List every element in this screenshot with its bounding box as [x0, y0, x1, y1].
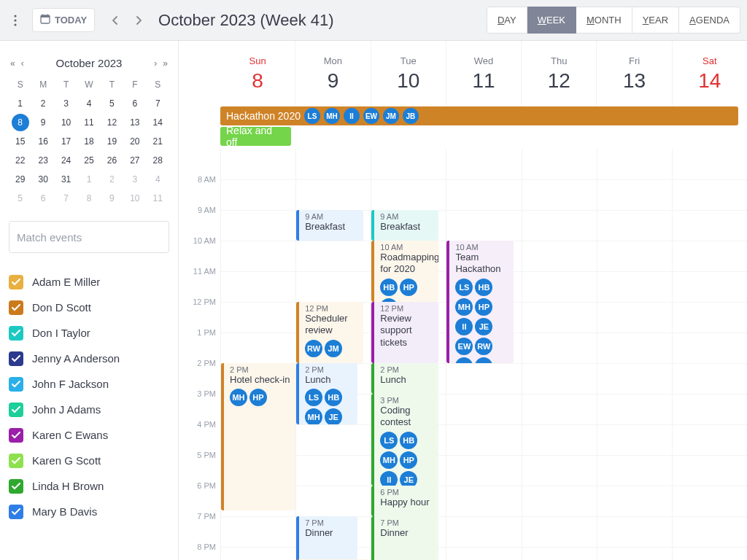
tab-day[interactable]: DAY — [487, 7, 527, 34]
mini-day[interactable]: 26 — [101, 151, 123, 170]
calendar-event[interactable]: 10 AMRoadmapping for 2020HBHPJE — [371, 241, 438, 302]
mini-day[interactable]: 14 — [147, 113, 169, 132]
day-header[interactable]: Sat14 — [672, 41, 747, 106]
day-header[interactable]: Wed11 — [446, 41, 521, 106]
calendar-event[interactable]: 3 PMCoding contestLSHBMHHPIIJEEWRWJM — [371, 394, 438, 486]
mini-day[interactable]: 20 — [123, 132, 146, 151]
prev-week-button[interactable] — [104, 9, 127, 32]
person-item[interactable]: Jenny A Anderson — [9, 346, 169, 371]
mini-day[interactable]: 6 — [31, 189, 54, 208]
person-item[interactable]: John F Jackson — [9, 371, 169, 397]
day-column[interactable]: 2 PMHotel check-inMHHP — [220, 149, 295, 560]
day-header[interactable]: Thu12 — [521, 41, 596, 106]
person-item[interactable]: Linda H Brown — [9, 473, 169, 499]
day-column[interactable] — [522, 149, 597, 560]
mini-day[interactable]: 4 — [147, 170, 169, 189]
checkbox-icon[interactable] — [9, 326, 23, 341]
mini-day[interactable]: 23 — [31, 151, 54, 170]
allday-event[interactable]: Hackathon 2020LSMHIIEWJMJB — [220, 106, 738, 125]
mini-day[interactable]: 9 — [31, 113, 54, 132]
day-column[interactable] — [672, 149, 747, 560]
mini-day[interactable]: 12 — [101, 113, 123, 132]
mini-day[interactable]: 6 — [123, 94, 146, 113]
day-header[interactable]: Sun8 — [220, 41, 295, 106]
mini-next-year-icon[interactable]: » — [163, 58, 168, 69]
mini-day[interactable]: 3 — [55, 94, 77, 113]
mini-day[interactable]: 10 — [123, 189, 146, 208]
checkbox-icon[interactable] — [9, 479, 23, 494]
menu-kebab-icon[interactable] — [7, 12, 24, 29]
mini-day[interactable]: 7 — [55, 189, 77, 208]
mini-day[interactable]: 16 — [31, 132, 54, 151]
checkbox-icon[interactable] — [9, 454, 23, 468]
checkbox-icon[interactable] — [9, 300, 23, 315]
person-item[interactable]: Adam E Miller — [9, 269, 169, 295]
day-header[interactable]: Fri13 — [596, 41, 671, 106]
tab-month[interactable]: MONTH — [576, 7, 632, 34]
mini-day[interactable]: 8 — [12, 114, 29, 131]
mini-day[interactable]: 15 — [9, 132, 31, 151]
mini-day[interactable]: 7 — [147, 94, 169, 113]
time-grid[interactable]: 8 AM9 AM10 AM11 AM12 PM1 PM2 PM3 PM4 PM5… — [179, 149, 747, 560]
calendar-event[interactable]: 6 PMHappy hour — [371, 486, 438, 516]
today-button[interactable]: TODAY — [32, 8, 95, 32]
checkbox-icon[interactable] — [9, 402, 23, 417]
mini-day[interactable]: 22 — [9, 151, 31, 170]
day-header[interactable]: Tue10 — [371, 41, 446, 106]
mini-day[interactable]: 29 — [9, 170, 31, 189]
checkbox-icon[interactable] — [9, 351, 23, 366]
calendar-event[interactable]: 12 PMReview support tickets — [371, 302, 438, 363]
person-item[interactable]: Karen C Ewans — [9, 422, 169, 448]
mini-day[interactable]: 9 — [101, 189, 123, 208]
mini-day[interactable]: 3 — [123, 170, 146, 189]
calendar-event[interactable]: 9 AMBreakfast — [371, 210, 438, 241]
tab-year[interactable]: YEAR — [632, 7, 679, 34]
mini-day[interactable]: 13 — [123, 113, 146, 132]
allday-event[interactable]: Relax and off — [220, 127, 291, 146]
mini-day[interactable]: 28 — [147, 151, 169, 170]
checkbox-icon[interactable] — [9, 428, 23, 443]
calendar-event[interactable]: 2 PMLunch — [371, 363, 438, 394]
person-item[interactable]: John J Adams — [9, 397, 169, 422]
tab-week[interactable]: WEEK — [527, 7, 576, 34]
next-week-button[interactable] — [127, 9, 150, 32]
mini-day[interactable]: 30 — [31, 170, 54, 189]
mini-day[interactable]: 24 — [55, 151, 77, 170]
checkbox-icon[interactable] — [9, 275, 23, 289]
mini-day[interactable]: 25 — [77, 151, 100, 170]
day-column[interactable]: 10 AMTeam HackathonLSHBMHHPIIJEEWRWJMKR — [446, 149, 521, 560]
person-item[interactable]: Don D Scott — [9, 295, 169, 320]
calendar-event[interactable]: 7 PMDinner — [296, 516, 357, 560]
mini-day[interactable]: 2 — [31, 94, 54, 113]
checkbox-icon[interactable] — [9, 377, 23, 392]
mini-day[interactable]: 1 — [9, 94, 31, 113]
calendar-event[interactable]: 2 PMLunchLSHBMHJE — [296, 363, 357, 424]
mini-day[interactable]: 5 — [9, 189, 31, 208]
tab-agenda[interactable]: AGENDA — [679, 7, 740, 34]
calendar-event[interactable]: 2 PMHotel check-inMHHP — [221, 363, 295, 510]
mini-day[interactable]: 17 — [55, 132, 77, 151]
mini-day[interactable]: 5 — [101, 94, 123, 113]
mini-calendar[interactable]: SMTWTFS123456789101112131415161718192021… — [9, 75, 169, 208]
person-item[interactable]: Don I Taylor — [9, 320, 169, 346]
calendar-event[interactable]: 9 AMBreakfast — [296, 210, 363, 241]
mini-day[interactable]: 8 — [77, 189, 100, 208]
mini-next-month-icon[interactable]: › — [154, 58, 157, 69]
mini-day[interactable]: 11 — [77, 113, 100, 132]
checkbox-icon[interactable] — [9, 505, 23, 519]
mini-day[interactable]: 1 — [77, 170, 100, 189]
mini-day[interactable]: 19 — [101, 132, 123, 151]
day-column[interactable] — [597, 149, 672, 560]
calendar-event[interactable]: 7 PMDinner — [371, 516, 438, 560]
day-header[interactable]: Mon9 — [295, 41, 370, 106]
mini-day[interactable]: 18 — [77, 132, 100, 151]
mini-day[interactable]: 11 — [147, 189, 169, 208]
person-item[interactable]: Karen G Scott — [9, 448, 169, 473]
mini-prev-year-icon[interactable]: « — [10, 58, 15, 69]
mini-day[interactable]: 27 — [123, 151, 146, 170]
mini-day[interactable]: 2 — [101, 170, 123, 189]
calendar-event[interactable]: 10 AMTeam HackathonLSHBMHHPIIJEEWRWJMKR — [446, 241, 514, 363]
search-input[interactable] — [9, 221, 169, 253]
person-item[interactable]: Mary B Davis — [9, 499, 169, 524]
day-column[interactable]: 9 AMBreakfast10 AMRoadmapping for 2020HB… — [371, 149, 446, 560]
